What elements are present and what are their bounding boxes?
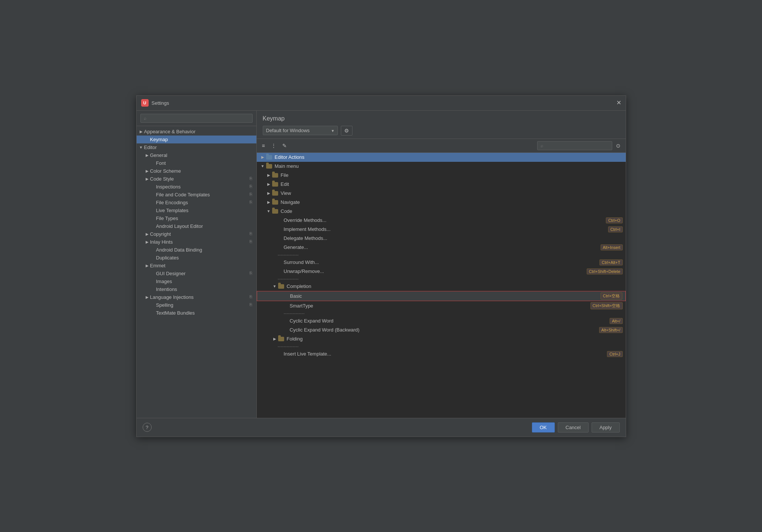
row-label: View <box>281 190 623 196</box>
sidebar-item-general[interactable]: ▶ General <box>137 151 256 159</box>
keymap-row-unwrap-remove[interactable]: Unwrap/Remove... Ctrl+Shift+Delete <box>257 267 626 276</box>
row-label: Main menu <box>275 163 623 169</box>
keymap-row-delegate-methods[interactable]: Delegate Methods... <box>257 234 626 243</box>
sidebar-item-label: Intentions <box>156 286 255 292</box>
keymap-row-basic[interactable]: Basic Ctrl+空格 <box>257 291 626 301</box>
keymap-select[interactable]: Default for Windows Default for macOS Ec… <box>263 126 338 135</box>
sidebar-item-live-templates[interactable]: Live Templates <box>137 206 256 214</box>
keymap-row-view[interactable]: ▶ View <box>257 189 626 198</box>
sidebar-item-label: Inspections <box>156 184 248 190</box>
badge-icon: ⎘ <box>250 239 255 244</box>
sidebar-item-label: Spelling <box>156 302 248 308</box>
badge-icon: ⎘ <box>250 176 255 181</box>
folder-icon <box>272 208 279 215</box>
sidebar-item-label: Editor <box>144 145 255 150</box>
sidebar-item-editor[interactable]: ▼ Editor <box>137 143 256 151</box>
sidebar-item-android-data-binding[interactable]: Android Data Binding <box>137 246 256 254</box>
folder-icon <box>272 199 279 206</box>
badge-icon: ⎘ <box>250 294 255 300</box>
row-label: Surround With... <box>284 259 596 265</box>
shortcut-badge: Alt+Shift+/ <box>599 327 623 333</box>
row-label: File <box>281 172 623 178</box>
folder-icon <box>272 172 279 179</box>
keymap-row-editor-actions[interactable]: ▶ Editor Actions <box>257 153 626 162</box>
shortcut-badge: Ctrl+O <box>606 217 622 223</box>
sidebar-item-file-code-templates[interactable]: File and Code Templates ⎘ <box>137 191 256 199</box>
shortcut-badge: Ctrl+J <box>607 351 622 357</box>
row-label: Implement Methods... <box>284 226 605 232</box>
arrow-icon: ▶ <box>144 295 150 299</box>
sidebar-item-file-encodings[interactable]: File Encodings ⎘ <box>137 199 256 206</box>
sidebar-item-label: File Types <box>156 216 255 221</box>
row-label: Generate... <box>284 244 598 250</box>
sidebar-item-textmate-bundles[interactable]: TextMate Bundles <box>137 309 256 317</box>
help-button[interactable]: ? <box>143 423 152 432</box>
sidebar-item-file-types[interactable]: File Types <box>137 214 256 222</box>
shortcut-badge: Alt+/ <box>610 318 622 324</box>
badge-icon: ⎘ <box>250 192 255 197</box>
keymap-row-main-menu[interactable]: ▼ Main menu <box>257 162 626 171</box>
sidebar-item-font[interactable]: Font <box>137 159 256 167</box>
expand-all-button[interactable]: ≡ <box>260 141 267 150</box>
row-label: SmartType <box>290 303 587 309</box>
sidebar-item-intentions[interactable]: Intentions <box>137 285 256 293</box>
keymap-row-file[interactable]: ▶ File <box>257 171 626 180</box>
edit-shortcut-button[interactable]: ✎ <box>280 141 289 150</box>
keymap-row-implement-methods[interactable]: Implement Methods... Ctrl+I <box>257 225 626 234</box>
keymap-row-code[interactable]: ▼ Code <box>257 207 626 216</box>
search-options-button[interactable]: ⊙ <box>614 141 623 150</box>
keymap-row-completion[interactable]: ▼ Completion <box>257 282 626 291</box>
content-area: ▶ Appearance & Behavior Keymap ▼ Editor … <box>137 111 626 418</box>
ok-button[interactable]: OK <box>532 422 555 433</box>
keymap-row-edit[interactable]: ▶ Edit <box>257 180 626 189</box>
sidebar-item-label: File Encodings <box>156 200 248 205</box>
keymap-row-navigate[interactable]: ▶ Navigate <box>257 198 626 207</box>
sidebar-item-android-layout-editor[interactable]: Android Layout Editor <box>137 222 256 230</box>
folder-icon <box>278 283 285 290</box>
keymap-row-generate[interactable]: Generate... Alt+Insert <box>257 243 626 252</box>
sidebar-item-label: Live Templates <box>156 208 255 213</box>
sidebar-item-copyright[interactable]: ▶ Copyright ⎘ <box>137 230 256 238</box>
main-panel: Keymap Default for Windows Default for m… <box>257 111 626 418</box>
sidebar-item-spelling[interactable]: Spelling ⎘ <box>137 301 256 309</box>
row-label: Code <box>281 208 623 214</box>
sidebar-item-language-injections[interactable]: ▶ Language Injections ⎘ <box>137 293 256 301</box>
keymap-search-input[interactable] <box>537 141 612 150</box>
close-button[interactable]: ✕ <box>616 100 621 106</box>
keymap-row-cyclic-expand-word[interactable]: Cyclic Expand Word Alt+/ <box>257 316 626 326</box>
sidebar-item-inlay-hints[interactable]: ▶ Inlay Hints ⎘ <box>137 238 256 246</box>
keymap-row-override-methods[interactable]: Override Methods... Ctrl+O <box>257 216 626 225</box>
collapse-all-button[interactable]: ⋮ <box>269 141 279 150</box>
shortcut-badge: Ctrl+空格 <box>601 292 622 300</box>
arrow-icon: ▶ <box>144 169 150 173</box>
sidebar-item-keymap[interactable]: Keymap <box>137 136 256 143</box>
sidebar-item-images[interactable]: Images <box>137 277 256 285</box>
sidebar-item-gui-designer[interactable]: GUI Designer ⎘ <box>137 270 256 277</box>
keymap-row-smarttype[interactable]: SmartType Ctrl+Shift+空格 <box>257 301 626 310</box>
apply-button[interactable]: Apply <box>592 422 620 433</box>
sidebar-search-box <box>137 111 256 126</box>
keymap-row-surround-with[interactable]: Surround With... Ctrl+Alt+T <box>257 258 626 267</box>
sidebar-item-color-scheme[interactable]: ▶ Color Scheme <box>137 167 256 175</box>
sidebar-item-label: Inlay Hints <box>150 239 248 245</box>
row-label: Editor Actions <box>275 154 623 160</box>
cancel-button[interactable]: Cancel <box>558 422 589 433</box>
keymap-row-cyclic-expand-word-backward[interactable]: Cyclic Expand Word (Backward) Alt+Shift+… <box>257 326 626 335</box>
folder-icon <box>272 190 279 197</box>
arrow-icon: ▼ <box>138 145 144 149</box>
sidebar-item-label: Copyright <box>150 231 248 237</box>
row-label: Completion <box>287 283 623 289</box>
sidebar-item-emmet[interactable]: ▶ Emmet <box>137 262 256 270</box>
arrow-icon: ▶ <box>144 177 150 181</box>
sidebar-item-duplicates[interactable]: Duplicates <box>137 254 256 262</box>
folder-icon <box>266 154 273 161</box>
keymap-row-insert-live-template[interactable]: Insert Live Template... Ctrl+J <box>257 350 626 359</box>
sidebar-search-input[interactable] <box>140 114 253 123</box>
shortcut-badge: Ctrl+Shift+Delete <box>587 268 623 274</box>
sidebar-item-inspections[interactable]: Inspections ⎘ <box>137 183 256 191</box>
sidebar-item-appearance[interactable]: ▶ Appearance & Behavior <box>137 128 256 136</box>
keymap-row-folding[interactable]: ▶ Folding <box>257 335 626 344</box>
arrow-icon: ▼ <box>272 284 278 288</box>
sidebar-item-code-style[interactable]: ▶ Code Style ⎘ <box>137 175 256 183</box>
gear-button[interactable]: ⚙ <box>341 126 352 136</box>
